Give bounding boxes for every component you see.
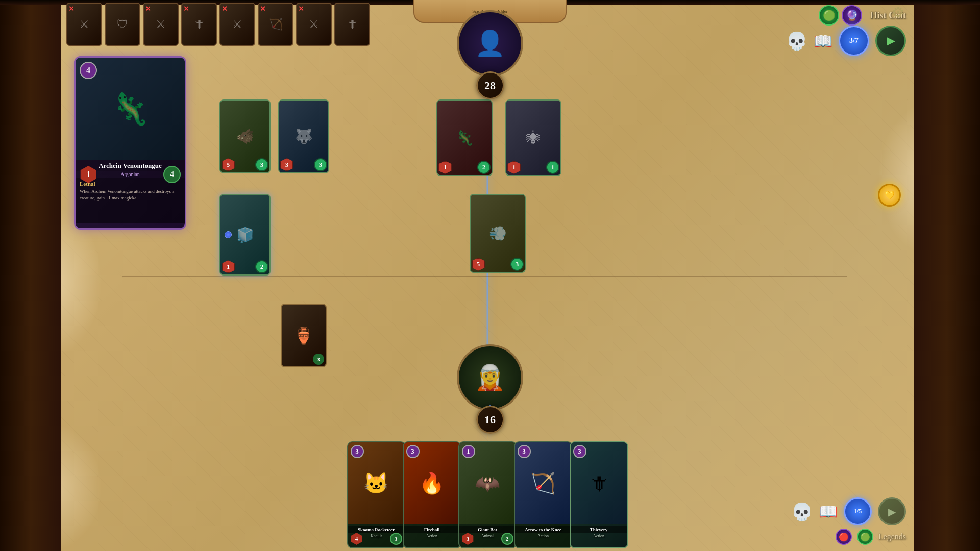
thievery-card-name: Thievery: [571, 526, 627, 533]
power-indicator: [225, 231, 232, 238]
thievery-card-subtype: Action: [571, 534, 627, 538]
giant-cost: 1: [462, 445, 475, 458]
expanded-card[interactable]: 🦎 Archein Venomtongue Argonian Lethal Wh…: [74, 56, 186, 230]
thievery-cost: 3: [573, 445, 586, 458]
opp-board-card-lane2-2[interactable]: 🕷 1 1: [505, 99, 561, 176]
faction-green-icon: 🟢: [819, 5, 839, 26]
expanded-card-ability: Lethal When Archein Venomtongue attacks …: [76, 178, 185, 223]
opp-board-card-lane1-2[interactable]: 🐺 3 3: [278, 99, 329, 173]
player-board-card-lane1-1[interactable]: 🧊 1 2: [219, 194, 271, 276]
giant-card-name: Giant Bat: [459, 526, 516, 533]
opp-hand-card-7[interactable]: ✕ ⚔: [296, 3, 332, 46]
opponent-controls: 💀 📖 3/7 ▶: [786, 26, 906, 56]
player-faction-purple-icon: 🔴: [836, 529, 852, 545]
opp-hand-card-8[interactable]: 🗡: [334, 3, 370, 46]
player-avatar: 🧝: [457, 344, 523, 411]
player-book-icon: 📖: [819, 503, 838, 520]
hand-card-skooma[interactable]: 🐱 Skooma Racketeer Khajiit 3 4 3: [347, 441, 406, 548]
hand-card-fireball[interactable]: 🔥 Fireball Action 3: [403, 441, 461, 548]
skooma-card-name: Skooma Racketeer: [348, 526, 405, 533]
opp-hand-card-2[interactable]: 🛡: [105, 3, 140, 46]
pl-l2c1-health: 3: [510, 258, 524, 271]
bottom-faction-area: 🔴 🟢 Legends: [836, 529, 906, 545]
player-avatar-figure: 🧝: [475, 363, 505, 392]
hand-card-giant-bat[interactable]: 🦇 Giant Bat Animal 1 3 2: [458, 441, 517, 548]
player-rune-icon: 💀: [791, 502, 813, 522]
table-right: [914, 0, 980, 551]
opp-l1c1-health: 3: [255, 158, 268, 171]
opponent-avatar-figure: 👤: [475, 29, 505, 58]
legends-label: Legends: [878, 532, 906, 541]
skooma-cost: 3: [351, 445, 364, 458]
opp-hand-card-5[interactable]: ✕ ⚔: [219, 3, 255, 46]
opponent-faction-icons: 🟢 🔮: [819, 5, 862, 26]
player-faction-green-icon: 🟢: [857, 529, 873, 545]
pl-l1c1-health: 2: [255, 260, 268, 273]
player-board-pending-card[interactable]: 🏺 3: [281, 304, 327, 367]
hand-card-thievery[interactable]: 🗡 Thievery Action 3: [570, 441, 628, 548]
player-board-card-lane2-1[interactable]: 💨 5 3: [470, 194, 526, 273]
opp-l2c1-health: 2: [477, 161, 491, 174]
player-hand: 🐱 Skooma Racketeer Khajiit 3 4 3 🔥 Fireb…: [61, 439, 914, 551]
ability-name-label: Lethal: [80, 181, 181, 187]
faction-purple-icon: 🔮: [842, 5, 862, 26]
opp-hand-card-1[interactable]: ✕ ⚔: [66, 3, 102, 46]
opponent-play-button[interactable]: ▶: [875, 26, 906, 56]
opp-l2c2-health: 1: [546, 161, 559, 174]
expanded-card-cost: 4: [80, 62, 97, 79]
player-avatar-area: 🧝 16: [457, 344, 523, 434]
arrow-card-subtype: Action: [515, 534, 572, 538]
player-controls: 💀 📖 1/5 ▶: [791, 497, 906, 525]
hand-card-arrow[interactable]: 🏹 Arrow to the Knee Action 3: [514, 441, 573, 548]
opp-hand-card-3[interactable]: ✕ ⚔: [143, 3, 179, 46]
fireball-card-subtype: Action: [404, 534, 460, 538]
fireball-card-name: Fireball: [404, 526, 460, 533]
opponent-health: 28: [476, 71, 504, 99]
lane-separator: [122, 276, 847, 277]
game-board: Scrolls of the Elder ⚙ 🟢 🔮 Hist Cult 💀 📖…: [0, 0, 980, 551]
arrow-card-name: Arrow to the Knee: [515, 526, 572, 533]
table-left: [0, 0, 61, 551]
opp-board-card-lane1-1[interactable]: 🐗 5 3: [219, 99, 271, 173]
player-health: 16: [476, 406, 504, 434]
player-mana-badge: 1/5: [844, 497, 872, 525]
skooma-health: 3: [390, 533, 402, 545]
opp-board-card-lane2-1[interactable]: 🦎 1 2: [436, 99, 493, 176]
arrow-cost: 3: [518, 445, 531, 458]
ability-text: When Archein Venomtongue attacks and des…: [80, 188, 181, 201]
opp-hand-card-4[interactable]: ✕ 🗡: [181, 3, 217, 46]
opponent-book-icon: 📖: [814, 32, 832, 50]
fireball-cost: 3: [406, 445, 420, 458]
giant-health: 2: [501, 533, 513, 545]
opponent-mana-badge: 3/7: [839, 26, 869, 56]
pending-card-health: 3: [313, 354, 324, 365]
opp-hand-card-6[interactable]: ✕ 🏹: [258, 3, 293, 46]
opp-l1c2-health: 3: [314, 158, 327, 171]
opponent-rune-icon: 💀: [786, 31, 807, 51]
expanded-card-health: 4: [163, 166, 181, 183]
opponent-hand: ✕ ⚔ 🛡 ✕ ⚔ ✕ 🗡 ✕ ⚔ ✕ 🏹 ✕ ⚔ 🗡: [66, 3, 370, 46]
opponent-avatar-area: 👤 28: [457, 10, 523, 99]
player-play-button[interactable]: ▶: [878, 497, 906, 525]
opponent-avatar: 👤: [457, 10, 523, 77]
settings-button[interactable]: ⚙: [892, 4, 904, 21]
magicka-orb-right: 💛: [878, 184, 901, 207]
